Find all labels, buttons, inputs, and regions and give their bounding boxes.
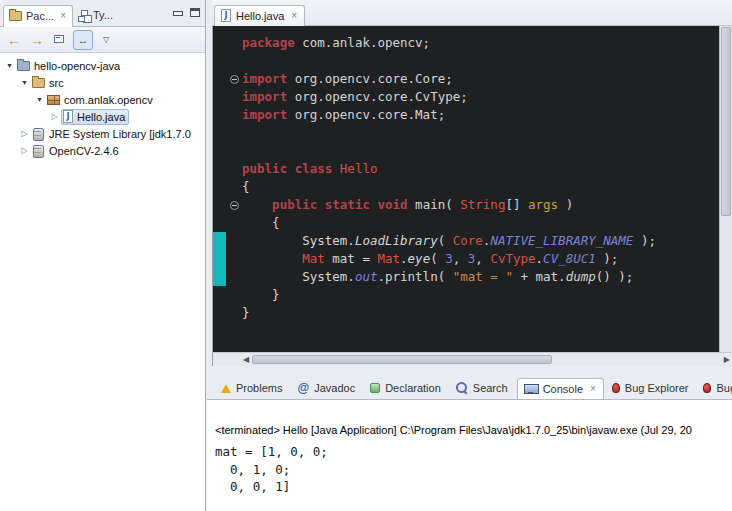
code-editor[interactable]: package com.anlak.opencv;import org.open…: [212, 26, 732, 352]
tree-item-jre-system-library-jdk1-7-0[interactable]: ▷JRE System Library [jdk1.7.0: [0, 125, 205, 142]
folding-ruler: [226, 142, 242, 160]
code-line[interactable]: }: [213, 286, 719, 304]
collapsed-arrow-icon[interactable]: ▷: [18, 129, 31, 138]
view-controls: [173, 8, 200, 17]
folding-ruler: [226, 124, 242, 142]
console-output[interactable]: mat = [1, 0, 0; 0, 1, 0; 0, 0, 1]: [215, 443, 732, 496]
tab-problems[interactable]: Problems: [215, 378, 289, 399]
tab-console[interactable]: Console×: [517, 378, 604, 399]
tree-item-hello-opencv-java[interactable]: ▾hello-opencv-java: [0, 57, 205, 74]
annotation-ruler: [213, 70, 226, 88]
code-line[interactable]: [213, 124, 719, 142]
bug-icon: [612, 383, 620, 393]
annotation-ruler: [213, 52, 226, 70]
code-text: System.out.println( "mat = " + mat.dump(…: [242, 268, 633, 286]
code-line[interactable]: import org.opencv.core.Mat;: [213, 106, 719, 124]
annotation-ruler: [213, 34, 226, 52]
annotation-ruler: [213, 214, 226, 232]
tab-bug[interactable]: Bug: [697, 378, 732, 399]
view-menu-icon[interactable]: ▽: [96, 30, 116, 50]
code-text: Mat mat = Mat.eye( 3, 3, CvType.CV_8UC1 …: [242, 250, 618, 268]
tree-item-label: Hello.java: [77, 111, 125, 123]
tab-type-hierarchy[interactable]: Ty...: [73, 5, 119, 26]
console-view: <terminated> Hello [Java Application] C:…: [207, 399, 732, 511]
declaration-icon: [370, 383, 380, 393]
expanded-arrow-icon[interactable]: ▾: [18, 78, 31, 87]
fold-circle: [230, 201, 239, 210]
close-icon[interactable]: ×: [590, 384, 596, 394]
folding-ruler: [226, 52, 242, 70]
code-line[interactable]: }: [213, 304, 719, 322]
close-icon[interactable]: ×: [60, 11, 66, 21]
back-icon[interactable]: ←: [4, 30, 24, 50]
tree-item-opencv-2-4-6[interactable]: ▷OpenCV-2.4.6: [0, 142, 205, 159]
code-line[interactable]: public class Hello: [213, 160, 719, 178]
code-line[interactable]: System.LoadLibrary( Core.NATIVE_LIBRARY_…: [213, 232, 719, 250]
folding-ruler: [226, 106, 242, 124]
tab-label: Javadoc: [314, 382, 355, 394]
code-line[interactable]: import org.opencv.core.Core;: [213, 70, 719, 88]
selection-annotation: [213, 250, 226, 268]
java-file-icon: J: [221, 9, 231, 22]
code-text: public static void main( String[] args ): [242, 196, 573, 214]
code-text: {: [242, 214, 280, 232]
tab-javadoc[interactable]: @Javadoc: [291, 378, 362, 399]
link-with-editor-icon[interactable]: ↔: [73, 30, 93, 50]
tree-item-com-anlak-opencv[interactable]: ▾com.anlak.opencv: [0, 91, 205, 108]
tree-item-label: OpenCV-2.4.6: [49, 145, 119, 157]
code-line[interactable]: [213, 142, 719, 160]
fold-marker-icon[interactable]: [226, 196, 242, 214]
collapsed-arrow-icon[interactable]: ▷: [18, 146, 31, 155]
collapse-all-icon[interactable]: [50, 30, 70, 50]
code-line[interactable]: {: [213, 214, 719, 232]
collapsed-arrow-icon[interactable]: ▷: [48, 112, 61, 121]
code-line[interactable]: {: [213, 178, 719, 196]
library-icon: [32, 128, 45, 140]
forward-icon[interactable]: →: [27, 30, 47, 50]
tree-item-content: JHello.java: [61, 109, 129, 125]
horizontal-scrollbar[interactable]: ◀ ▶: [212, 352, 732, 366]
minimize-icon[interactable]: [173, 8, 183, 17]
code-text: import org.opencv.core.CvType;: [242, 88, 468, 106]
code-text: System.LoadLibrary( Core.NATIVE_LIBRARY_…: [242, 232, 656, 250]
expanded-arrow-icon[interactable]: ▾: [33, 95, 46, 104]
project-tree: ▾hello-opencv-java▾src▾com.anlak.opencv▷…: [0, 53, 205, 511]
tab-label: Declaration: [385, 382, 441, 394]
tree-item-hello-java[interactable]: ▷JHello.java: [0, 108, 205, 125]
vertical-scrollbar-thumb[interactable]: [721, 27, 731, 216]
code-line[interactable]: [213, 52, 719, 70]
tree-item-label: com.anlak.opencv: [64, 94, 153, 106]
annotation-ruler: [213, 178, 226, 196]
editor-tab-hello-java[interactable]: J Hello.java ×: [214, 5, 305, 26]
code-line[interactable]: import org.opencv.core.CvType;: [213, 88, 719, 106]
expanded-arrow-icon[interactable]: ▾: [3, 61, 16, 70]
code-text: public class Hello: [242, 160, 377, 178]
code-line[interactable]: package com.anlak.opencv;: [213, 34, 719, 52]
tab-bug-explorer[interactable]: Bug Explorer: [606, 378, 696, 399]
javadoc-icon: @: [297, 382, 309, 394]
maximize-icon[interactable]: [190, 8, 200, 17]
code-line[interactable]: public static void main( String[] args ): [213, 196, 719, 214]
annotation-ruler: [213, 286, 226, 304]
project-icon: [17, 61, 30, 71]
code-text: import org.opencv.core.Core;: [242, 70, 453, 88]
editor-tabbar: J Hello.java ×: [212, 0, 732, 26]
horizontal-scrollbar-thumb[interactable]: [252, 355, 552, 364]
code-lines[interactable]: package com.anlak.opencv;import org.open…: [213, 26, 719, 352]
tab-search[interactable]: Search: [450, 378, 515, 399]
editor-tab-label: Hello.java: [236, 10, 284, 22]
fold-circle: [230, 75, 239, 84]
scroll-left-icon[interactable]: ◀: [243, 355, 249, 364]
folding-ruler: [226, 232, 242, 250]
tree-item-content: OpenCV-2.4.6: [31, 143, 122, 159]
folding-ruler: [226, 214, 242, 232]
tab-declaration[interactable]: Declaration: [364, 378, 448, 399]
vertical-scrollbar[interactable]: [719, 26, 732, 352]
code-line[interactable]: Mat mat = Mat.eye( 3, 3, CvType.CV_8UC1 …: [213, 250, 719, 268]
fold-marker-icon[interactable]: [226, 70, 242, 88]
tab-package-explorer[interactable]: Pac... ×: [3, 5, 73, 27]
close-icon[interactable]: ×: [291, 11, 297, 21]
code-line[interactable]: System.out.println( "mat = " + mat.dump(…: [213, 268, 719, 286]
scroll-right-icon[interactable]: ▶: [724, 355, 730, 364]
tree-item-src[interactable]: ▾src: [0, 74, 205, 91]
